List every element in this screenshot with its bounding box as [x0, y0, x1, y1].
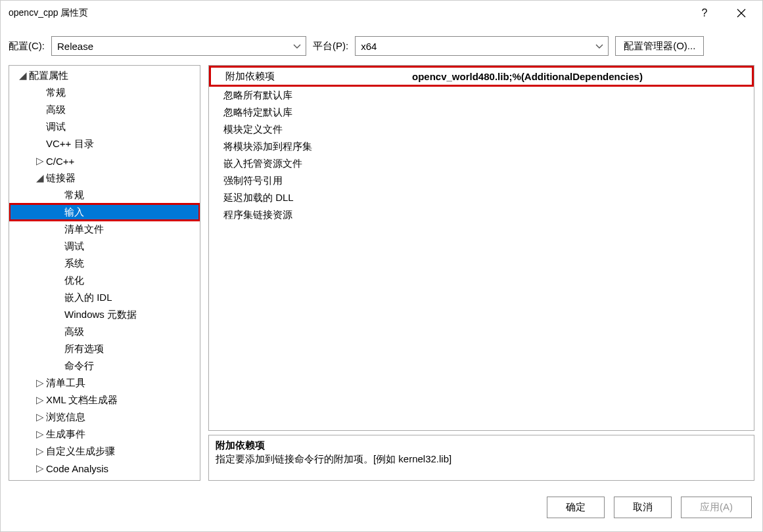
tree-label: 嵌入的 IDL: [64, 292, 112, 304]
prop-row-delay-loaded-dll[interactable]: 延迟加载的 DLL: [209, 189, 754, 206]
cancel-button[interactable]: 取消: [614, 497, 672, 518]
config-label: 配置(C):: [9, 40, 45, 53]
tree-item-linker-optimize[interactable]: ▷优化: [9, 272, 200, 289]
tree-label: 高级: [64, 326, 84, 338]
tree-item-linker-embedded-idl[interactable]: ▷嵌入的 IDL: [9, 289, 200, 306]
help-icon: ?: [702, 7, 708, 19]
prop-name: 模块定义文件: [209, 123, 406, 136]
platform-select[interactable]: x64: [355, 36, 609, 56]
tree-item-linker-general[interactable]: ▷常规: [9, 187, 200, 204]
dialog-button-row: 确定 取消 应用(A): [1, 489, 762, 531]
window-title: opencv_cpp 属性页: [9, 7, 88, 19]
tree-label: 自定义生成步骤: [46, 445, 115, 458]
tree-item-vcpp-directories[interactable]: ▷VC++ 目录: [9, 135, 200, 152]
tree-label: 高级: [46, 104, 66, 116]
tree-label: 清单工具: [46, 377, 85, 389]
config-tree[interactable]: ◢ 配置属性 ▷常规 ▷高级 ▷调试 ▷VC++ 目录 ▷C/C++ ◢链接器 …: [9, 65, 200, 481]
tree-item-linker-debug[interactable]: ▷调试: [9, 238, 200, 255]
close-button[interactable]: [726, 3, 757, 23]
highlight-annotation: 附加依赖项 opencv_world480.lib;%(AdditionalDe…: [209, 66, 754, 87]
prop-name: 延迟加载的 DLL: [209, 192, 406, 204]
prop-row-force-symbol-reference[interactable]: 强制符号引用: [209, 172, 754, 189]
tree-label: 命令行: [64, 360, 94, 372]
tree-item-advanced[interactable]: ▷高级: [9, 101, 200, 118]
prop-name: 将模块添加到程序集: [209, 141, 406, 153]
arrow-collapsed-icon: ▷: [35, 394, 45, 406]
tree-item-manifest-tool[interactable]: ▷清单工具: [9, 374, 200, 391]
ok-button[interactable]: 确定: [547, 497, 605, 518]
tree-label: Code Analysis: [46, 463, 108, 474]
prop-row-additional-dependencies[interactable]: 附加依赖项 opencv_world480.lib;%(AdditionalDe…: [211, 68, 752, 85]
prop-row-ignore-all-default-libs[interactable]: 忽略所有默认库: [209, 87, 754, 104]
help-button[interactable]: ?: [689, 3, 720, 23]
tree-item-linker-input[interactable]: ▷输入: [9, 204, 200, 221]
prop-name: 忽略所有默认库: [209, 89, 406, 102]
tree-label: 优化: [64, 275, 84, 287]
tree-item-code-analysis[interactable]: ▷Code Analysis: [9, 460, 200, 477]
platform-label: 平台(P):: [313, 40, 348, 53]
tree-item-linker-advanced[interactable]: ▷高级: [9, 323, 200, 340]
arrow-expanded-icon: ◢: [35, 172, 45, 184]
config-select-value: Release: [57, 41, 93, 52]
tree-item-xml-doc-generator[interactable]: ▷XML 文档生成器: [9, 391, 200, 409]
prop-row-module-definition-file[interactable]: 模块定义文件: [209, 121, 754, 138]
tree-label: 链接器: [46, 172, 76, 185]
tree-label: Windows 元数据: [64, 309, 137, 321]
titlebar: opencv_cpp 属性页 ?: [1, 1, 762, 26]
prop-value[interactable]: opencv_world480.lib;%(AdditionalDependen…: [408, 71, 752, 82]
arrow-collapsed-icon: ▷: [35, 377, 45, 389]
prop-name: 附加依赖项: [211, 70, 408, 83]
arrow-collapsed-icon: ▷: [35, 155, 45, 167]
tree-label: 调试: [64, 240, 84, 253]
tree-item-custom-build-step[interactable]: ▷自定义生成步骤: [9, 443, 200, 460]
apply-button[interactable]: 应用(A): [681, 497, 752, 518]
right-panel: 附加依赖项 opencv_world480.lib;%(AdditionalDe…: [208, 65, 754, 481]
tree-label: 清单文件: [64, 223, 104, 236]
platform-select-value: x64: [361, 41, 377, 52]
tree-item-linker-system[interactable]: ▷系统: [9, 255, 200, 272]
titlebar-controls: ?: [689, 3, 757, 23]
tree-root-config-properties[interactable]: ◢ 配置属性: [9, 67, 200, 84]
tree-item-linker-cmdline[interactable]: ▷命令行: [9, 357, 200, 374]
description-panel: 附加依赖项 指定要添加到链接命令行的附加项。[例如 kernel32.lib]: [208, 435, 754, 481]
tree-label: 配置属性: [29, 70, 68, 82]
tree-item-ccpp[interactable]: ▷C/C++: [9, 152, 200, 169]
prop-row-embed-managed-resource[interactable]: 嵌入托管资源文件: [209, 155, 754, 172]
prop-name: 忽略特定默认库: [209, 106, 406, 119]
tree-label: 系统: [64, 257, 84, 270]
property-grid[interactable]: 附加依赖项 opencv_world480.lib;%(AdditionalDe…: [208, 65, 754, 431]
prop-row-add-module-to-assembly[interactable]: 将模块添加到程序集: [209, 138, 754, 155]
arrow-collapsed-icon: ▷: [35, 411, 45, 423]
tree-item-linker[interactable]: ◢链接器: [9, 169, 200, 187]
arrow-collapsed-icon: ▷: [35, 445, 45, 457]
property-page-dialog: opencv_cpp 属性页 ? 配置(C): Release 平台(P): x…: [0, 0, 763, 532]
config-manager-button[interactable]: 配置管理器(O)...: [615, 36, 704, 56]
tree-item-build-events[interactable]: ▷生成事件: [9, 426, 200, 443]
tree-label: VC++ 目录: [46, 138, 94, 150]
config-row: 配置(C): Release 平台(P): x64 配置管理器(O)...: [1, 26, 762, 62]
description-text: 指定要添加到链接命令行的附加项。[例如 kernel32.lib]: [216, 453, 747, 466]
tree-item-linker-manifest-file[interactable]: ▷清单文件: [9, 221, 200, 238]
tree-label: 常规: [64, 189, 84, 202]
tree-item-browse-info[interactable]: ▷浏览信息: [9, 409, 200, 426]
prop-name: 程序集链接资源: [209, 209, 406, 221]
tree-label: 所有选项: [64, 343, 104, 355]
config-select[interactable]: Release: [51, 36, 306, 56]
tree-label: XML 文档生成器: [46, 394, 118, 407]
arrow-expanded-icon: ◢: [18, 70, 28, 81]
arrow-collapsed-icon: ▷: [35, 462, 45, 474]
main-area: ◢ 配置属性 ▷常规 ▷高级 ▷调试 ▷VC++ 目录 ▷C/C++ ◢链接器 …: [1, 62, 762, 489]
prop-row-assembly-link-resource[interactable]: 程序集链接资源: [209, 206, 754, 223]
tree-label: 输入: [64, 206, 84, 219]
tree-item-linker-windows-metadata[interactable]: ▷Windows 元数据: [9, 306, 200, 323]
tree-label: 常规: [46, 87, 66, 99]
tree-item-general[interactable]: ▷常规: [9, 84, 200, 101]
prop-row-ignore-specific-default-libs[interactable]: 忽略特定默认库: [209, 104, 754, 121]
description-title: 附加依赖项: [216, 439, 747, 452]
tree-item-linker-all-options[interactable]: ▷所有选项: [9, 340, 200, 357]
tree-item-debug[interactable]: ▷调试: [9, 118, 200, 135]
prop-name: 强制符号引用: [209, 175, 406, 187]
close-icon: [737, 9, 746, 18]
prop-name: 嵌入托管资源文件: [209, 158, 406, 170]
tree-label: C/C++: [46, 156, 74, 167]
